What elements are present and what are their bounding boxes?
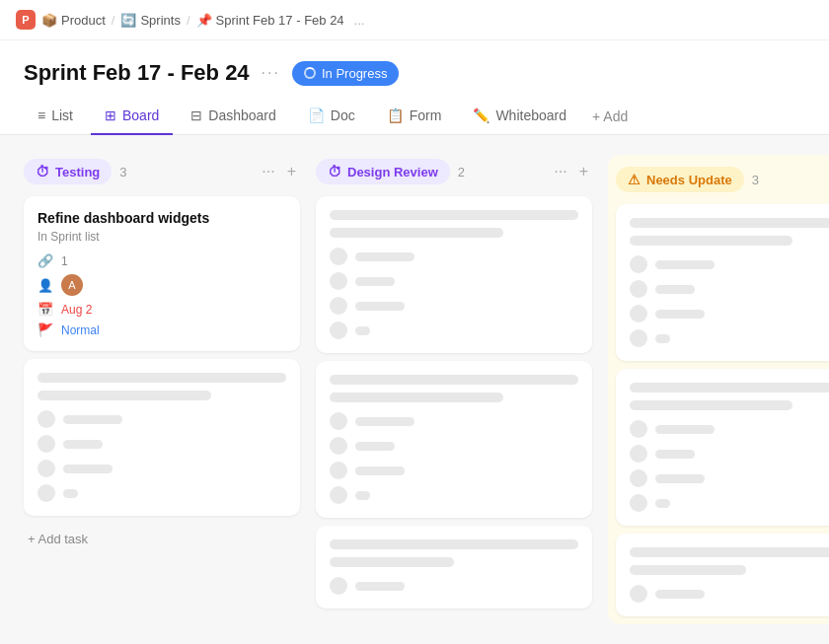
column-needs-update: ⚠ Needs Update 3 ··· +: [608, 155, 829, 624]
card-title: Refine dashboard widgets: [38, 210, 286, 226]
list-icon: ≡: [38, 107, 45, 123]
testing-status-icon: ⏱: [36, 164, 49, 179]
breadcrumb-sprints[interactable]: 🔄 Sprints: [120, 13, 180, 28]
card-meta: 🔗 1 👤 A 📅 Aug 2 🚩 Normal: [38, 253, 286, 337]
dashboard-icon: ⊟: [190, 107, 202, 123]
column-label-needs-update: ⚠ Needs Update: [616, 167, 744, 192]
card-refine-dashboard[interactable]: Refine dashboard widgets In Sprint list …: [24, 196, 300, 351]
page-header: Sprint Feb 17 - Feb 24 ··· In Progress: [0, 40, 829, 98]
column-add-button-design-review[interactable]: +: [575, 161, 592, 182]
tab-add-button[interactable]: + Add: [584, 99, 636, 134]
board-area: ⏱ Testing 3 ··· + Refine dashboard widge…: [0, 135, 829, 644]
breadcrumb-more-button[interactable]: ...: [350, 13, 369, 28]
needs-update-status-icon: ⚠: [628, 172, 641, 187]
column-testing: ⏱ Testing 3 ··· + Refine dashboard widge…: [24, 155, 300, 624]
form-icon: 📋: [387, 107, 404, 123]
card-skeleton-nu-1[interactable]: [616, 204, 829, 361]
status-badge[interactable]: In Progress: [292, 61, 399, 86]
add-task-button-testing[interactable]: + Add task: [24, 524, 300, 554]
card-skeleton-dr-3[interactable]: [316, 526, 592, 608]
card-skeleton-nu-3[interactable]: [616, 534, 829, 616]
attachment-icon: 🔗: [38, 253, 53, 268]
doc-icon: 📄: [308, 107, 325, 123]
card-priority-row: 🚩 Normal: [38, 322, 286, 337]
tab-whiteboard[interactable]: ✏️ Whiteboard: [459, 98, 580, 135]
column-design-review: ⏱ Design Review 2 ··· +: [316, 155, 592, 624]
card-assignee-row: 👤 A: [38, 274, 286, 296]
column-more-button-testing[interactable]: ···: [258, 161, 278, 182]
breadcrumb-sprint-current[interactable]: 📌 Sprint Feb 17 - Feb 24: [196, 13, 344, 28]
card-skeleton-1[interactable]: [24, 359, 300, 516]
tab-doc[interactable]: 📄 Doc: [294, 98, 369, 135]
column-header-design-review: ⏱ Design Review 2 ··· +: [316, 155, 592, 188]
tab-dashboard[interactable]: ⊟ Dashboard: [177, 98, 290, 135]
flag-icon: 🚩: [38, 322, 53, 337]
assignee-icon: 👤: [38, 278, 53, 293]
breadcrumb-product[interactable]: 📦 Product: [41, 13, 106, 28]
card-skeleton-dr-2[interactable]: [316, 361, 592, 518]
tab-board[interactable]: ⊞ Board: [91, 98, 173, 135]
card-subtitle: In Sprint list: [38, 230, 286, 244]
board-icon: ⊞: [105, 107, 116, 123]
tab-form[interactable]: 📋 Form: [373, 98, 456, 135]
card-skeleton-dr-1[interactable]: [316, 196, 592, 353]
card-attachments-row: 🔗 1: [38, 253, 286, 268]
column-label-design-review: ⏱ Design Review: [316, 159, 450, 184]
app-icon: P: [16, 10, 36, 30]
breadcrumb: P 📦 Product / 🔄 Sprints / 📌 Sprint Feb 1…: [0, 0, 829, 40]
nav-tabs: ≡ List ⊞ Board ⊟ Dashboard 📄 Doc 📋 Form …: [0, 98, 829, 135]
column-add-button-testing[interactable]: +: [283, 161, 300, 182]
page-more-button[interactable]: ···: [262, 64, 280, 82]
calendar-icon: 📅: [38, 302, 53, 317]
column-label-testing: ⏱ Testing: [24, 159, 112, 184]
column-header-testing: ⏱ Testing 3 ··· +: [24, 155, 300, 188]
page-title: Sprint Feb 17 - Feb 24: [24, 60, 250, 86]
avatar: A: [61, 274, 83, 296]
card-skeleton-nu-2[interactable]: [616, 369, 829, 526]
column-header-needs-update: ⚠ Needs Update 3 ··· +: [616, 163, 829, 196]
column-more-button-design-review[interactable]: ···: [550, 161, 570, 182]
design-review-status-icon: ⏱: [328, 164, 341, 179]
whiteboard-icon: ✏️: [473, 107, 490, 123]
card-date-row: 📅 Aug 2: [38, 302, 286, 317]
card-priority: Normal: [61, 323, 100, 337]
tab-list[interactable]: ≡ List: [24, 98, 87, 135]
card-date: Aug 2: [61, 303, 92, 317]
